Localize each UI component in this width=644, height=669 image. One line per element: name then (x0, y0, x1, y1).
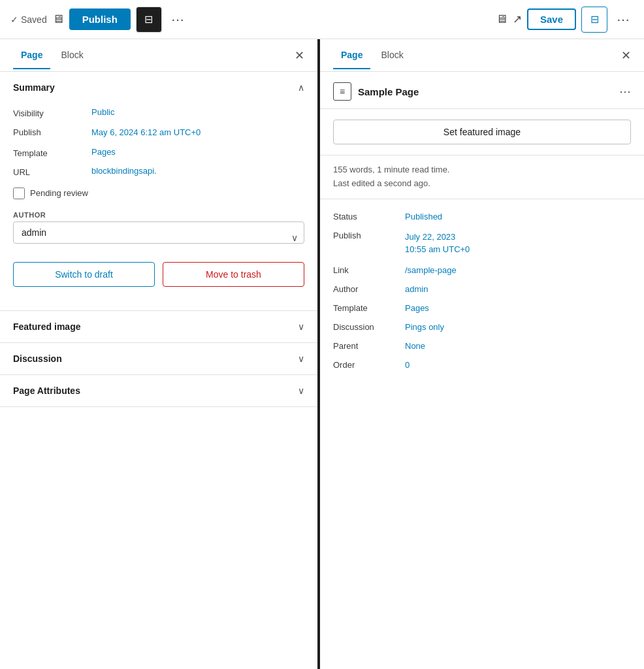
author-select[interactable]: admin (13, 221, 304, 244)
summary-chevron-icon: ∧ (298, 82, 304, 93)
pending-review-checkbox[interactable] (13, 188, 25, 199)
publish-button[interactable]: Publish (69, 8, 131, 30)
page-title-row: ≡ Sample Page ⋯ (320, 72, 644, 109)
visibility-row: Visibility Public (13, 103, 304, 122)
panel-toggle-icon-right: ⊟ (590, 13, 599, 25)
right-publish-line2: 10:55 am UTC+0 (405, 244, 470, 254)
stats-line2: Last edited a second ago. (333, 177, 631, 191)
right-template-value[interactable]: Pages (405, 303, 429, 313)
status-value[interactable]: Published (405, 212, 442, 221)
page-stats: 155 words, 1 minute read time. Last edit… (320, 155, 644, 199)
switch-to-draft-button[interactable]: Switch to draft (13, 262, 155, 287)
monitor-icon[interactable]: 🖥 (52, 12, 64, 26)
tab-page-left[interactable]: Page (13, 42, 50, 69)
doc-icon-symbol: ≡ (340, 86, 345, 97)
left-panel-header: Page Block ✕ (0, 39, 317, 72)
page-attributes-title: Page Attributes (13, 385, 80, 396)
right-featured-image-section: Set featured image (320, 109, 644, 155)
pending-review-label[interactable]: Pending review (30, 188, 88, 198)
url-value[interactable]: blockbindingsapi. (91, 166, 157, 176)
saved-indicator: ✓ Saved (10, 14, 47, 25)
details-section: Status Published Publish July 22, 2023 1… (320, 199, 644, 382)
right-author-row: Author admin (333, 280, 631, 299)
order-row: Order 0 (333, 355, 631, 374)
link-label: Link (333, 265, 405, 275)
saved-label: Saved (21, 14, 47, 25)
publish-value[interactable]: May 6, 2024 6:12 am UTC+0 (91, 126, 201, 139)
visibility-value[interactable]: Public (91, 107, 114, 117)
toolbar-left: ✓ Saved 🖥 Publish ⊟ ⋯ (10, 7, 491, 33)
page-attributes-chevron-icon: ∨ (298, 385, 304, 396)
author-select-wrapper: admin ∨ (13, 221, 304, 254)
template-value[interactable]: Pages (91, 147, 116, 157)
summary-section: Summary ∧ Visibility Public Publish May … (0, 72, 317, 311)
tab-block-left[interactable]: Block (53, 42, 91, 69)
page-attributes-header[interactable]: Page Attributes ∨ (13, 375, 304, 406)
parent-row: Parent None (333, 336, 631, 355)
publish-label: Publish (13, 126, 91, 137)
summary-title: Summary (13, 82, 55, 93)
right-author-label: Author (333, 284, 405, 294)
order-label: Order (333, 360, 405, 370)
left-panel: Page Block ✕ Summary ∧ Visibility Public… (0, 39, 320, 669)
url-row: URL blockbindingsapi. (13, 162, 304, 181)
right-template-row: Template Pages (333, 299, 631, 318)
tab-page-right[interactable]: Page (333, 42, 370, 69)
action-buttons: Switch to draft Move to trash (13, 254, 304, 300)
right-publish-row: Publish July 22, 2023 10:55 am UTC+0 (333, 226, 631, 261)
close-left-panel-button[interactable]: ✕ (295, 48, 304, 63)
publish-row: Publish May 6, 2024 6:12 am UTC+0 (13, 122, 304, 143)
monitor-icon-right[interactable]: 🖥 (496, 12, 507, 26)
set-featured-image-button[interactable]: Set featured image (333, 120, 631, 144)
move-to-trash-button[interactable]: Move to trash (163, 262, 304, 287)
template-row: Template Pages (13, 143, 304, 162)
toolbar: ✓ Saved 🖥 Publish ⊟ ⋯ 🖥 ↗ Save ⊟ ⋯ (0, 0, 644, 39)
url-label: URL (13, 166, 91, 177)
toolbar-more-button-right[interactable]: ⋯ (613, 9, 634, 30)
panel-toggle-icon-left: ⊟ (144, 13, 153, 25)
panel-toggle-button-right[interactable]: ⊟ (581, 7, 607, 33)
pending-review-row: Pending review (13, 181, 304, 206)
stats-line1: 155 words, 1 minute read time. (333, 163, 631, 177)
main-layout: Page Block ✕ Summary ∧ Visibility Public… (0, 39, 644, 669)
toolbar-right: 🖥 ↗ Save ⊟ ⋯ (496, 7, 634, 33)
page-doc-icon: ≡ (333, 82, 351, 101)
discussion-title: Discussion (13, 353, 62, 364)
right-template-label: Template (333, 303, 405, 313)
order-value[interactable]: 0 (405, 360, 410, 370)
right-discussion-row: Discussion Pings only (333, 318, 631, 336)
page-options-button[interactable]: ⋯ (619, 84, 631, 99)
right-publish-line1: July 22, 2023 (405, 232, 455, 242)
featured-image-chevron-icon: ∨ (298, 321, 304, 332)
toolbar-more-button-left[interactable]: ⋯ (167, 9, 188, 30)
link-value[interactable]: /sample-page (405, 265, 457, 275)
checkmark-icon: ✓ (10, 14, 18, 25)
author-section-label: AUTHOR (13, 206, 304, 221)
close-right-panel-button[interactable]: ✕ (621, 48, 631, 63)
right-discussion-value[interactable]: Pings only (405, 322, 444, 332)
external-link-icon[interactable]: ↗ (513, 12, 522, 26)
status-row: Status Published (333, 207, 631, 226)
right-publish-label: Publish (333, 231, 405, 240)
summary-content: Visibility Public Publish May 6, 2024 6:… (13, 103, 304, 310)
discussion-header[interactable]: Discussion ∨ (13, 343, 304, 374)
summary-section-header[interactable]: Summary ∧ (13, 72, 304, 103)
page-attributes-section: Page Attributes ∨ (0, 375, 317, 407)
discussion-chevron-icon: ∨ (298, 353, 304, 364)
right-author-value[interactable]: admin (405, 284, 428, 294)
discussion-section: Discussion ∨ (0, 343, 317, 375)
link-row: Link /sample-page (333, 261, 631, 280)
template-label: Template (13, 147, 91, 158)
right-panel: Page Block ✕ ≡ Sample Page ⋯ Set feature… (320, 39, 644, 669)
tab-block-right[interactable]: Block (373, 42, 411, 69)
visibility-label: Visibility (13, 107, 91, 118)
right-publish-value[interactable]: July 22, 2023 10:55 am UTC+0 (405, 231, 470, 256)
featured-image-header[interactable]: Featured image ∨ (13, 311, 304, 342)
right-panel-header: Page Block ✕ (320, 39, 644, 72)
page-name: Sample Page (358, 86, 613, 97)
save-button[interactable]: Save (527, 8, 576, 30)
status-label: Status (333, 212, 405, 221)
parent-value[interactable]: None (405, 341, 425, 351)
right-discussion-label: Discussion (333, 322, 405, 332)
panel-toggle-button-left[interactable]: ⊟ (136, 7, 162, 33)
